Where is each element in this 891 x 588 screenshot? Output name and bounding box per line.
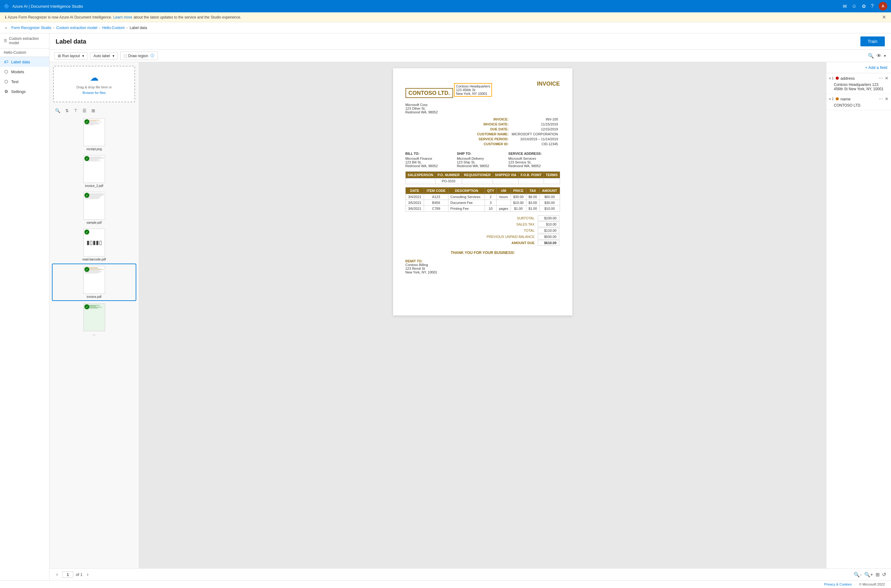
help-icon[interactable]: ?: [871, 3, 874, 9]
list-item[interactable]: ✓ ...: [52, 302, 136, 338]
breadcrumb-hello-custom[interactable]: Hello-Custom: [102, 26, 125, 30]
search-icon[interactable]: 🔍: [868, 53, 874, 59]
pagination-controls: ‹ of 1 ›: [54, 571, 90, 578]
field-menu-icon[interactable]: ⋯: [879, 96, 883, 101]
sales-tax-label: SALES TAX: [484, 222, 537, 227]
invoice-no-value: INV-100: [510, 117, 560, 122]
invoice-meta-table: INVOICE: INV-100 INVOICE DATE: 11/15/201…: [476, 117, 560, 147]
sidebar-item-models[interactable]: ⬡ Models: [0, 67, 49, 76]
addr-line1: Contoso Headquarters: [456, 84, 490, 88]
file-sort-icon[interactable]: ⊤: [72, 107, 80, 114]
file-grid-view-icon[interactable]: ⊞: [90, 107, 97, 114]
privacy-link[interactable]: Privacy & Cookies: [824, 582, 852, 586]
po-header-requisitioner: REQUISITIONER: [462, 172, 493, 178]
table-row: DATE ITEM CODE DESCRIPTION QTY UM PRICE …: [405, 188, 560, 194]
sidebar-item-label-data[interactable]: 🏷 Label data: [0, 57, 49, 67]
invoice-no-label: INVOICE:: [476, 117, 510, 122]
due-date-label: DUE DATE:: [476, 127, 510, 131]
item-tax: $1.00: [526, 206, 539, 212]
remit-label: REMIT TO:: [405, 259, 560, 263]
field-name-name: name: [841, 97, 877, 101]
run-layout-label: Run layout: [62, 54, 80, 58]
breadcrumb-sep-3: ›: [127, 26, 128, 30]
field-menu-icon[interactable]: ⋯: [879, 76, 883, 81]
content-area: Label data Train ⊞ Run layout ▾ Auto lab…: [50, 33, 891, 580]
sidebar-nav: 🏷 Label data ⬡ Models ⬡ Test ⚙ Settings: [0, 57, 49, 96]
zoom-out-button[interactable]: 🔍-: [854, 572, 861, 578]
field-close-icon[interactable]: ✕: [885, 76, 888, 81]
addr-line3: New York, NY 10001: [456, 92, 490, 96]
ship-to-label: SHIP TO:: [457, 152, 508, 155]
bill-to-city: Redmond WA, 98052: [405, 164, 457, 168]
next-page-button[interactable]: ›: [85, 571, 90, 578]
eye-dropdown-icon[interactable]: ▾: [884, 54, 886, 58]
collapse-sidebar-icon[interactable]: «: [5, 26, 7, 30]
customer-name-label: CUSTOMER NAME:: [476, 132, 510, 136]
top-bar: 🔷 Azure AI | Document Intelligence Studi…: [0, 0, 891, 12]
app-title: Azure AI | Document Intelligence Studio: [12, 4, 83, 9]
ship-to-addr: 123 Ship St,: [457, 160, 508, 164]
info-bar-close-icon[interactable]: ✕: [882, 14, 886, 20]
learn-more-link[interactable]: Learn more: [113, 15, 132, 20]
prev-page-button[interactable]: ‹: [54, 571, 60, 578]
file-check-icon: ✓: [84, 230, 89, 234]
rotate-button[interactable]: ↺: [882, 572, 886, 578]
info-after-link: about the latest updates to the service …: [134, 15, 242, 20]
browse-files-link[interactable]: Browse for files: [82, 91, 106, 94]
field-value-address: Contoso Headquarters 123 456th St New Yo…: [826, 82, 891, 94]
breadcrumb-sep-1: ›: [53, 26, 54, 30]
invoice-header: CONTOSO LTD. Contoso Headquarters 123 45…: [405, 81, 560, 97]
file-upload-zone[interactable]: ☁ Drag & drop file here or Browse for fi…: [53, 66, 135, 102]
settings-icon[interactable]: ⚙: [862, 3, 866, 9]
list-item[interactable]: ✓ receipt.png: [52, 117, 136, 153]
doc-toolbar: ⊞ Run layout ▾ Auto label ▾ ⬚ Draw regio…: [50, 50, 891, 62]
add-field-button[interactable]: + Add a field: [865, 65, 887, 70]
item-price: $10.00: [510, 200, 526, 206]
mail-icon[interactable]: ✉: [843, 3, 847, 9]
amount-due-label: AMOUNT DUE: [484, 240, 537, 246]
list-item[interactable]: ✓ invoice_2.pdf: [52, 153, 136, 189]
body-section: ☁ Drag & drop file here or Browse for fi…: [50, 62, 891, 568]
sales-tax-value: $10.00: [538, 222, 560, 227]
sidebar-item-test[interactable]: ⬡ Test: [0, 76, 49, 87]
field-name-address: address: [841, 76, 877, 81]
draw-region-button[interactable]: ⬚ Draw region ⓘ: [120, 52, 158, 60]
breadcrumb-custom-model[interactable]: Custom extraction model: [56, 26, 98, 30]
breadcrumb-label-data: Label data: [130, 26, 147, 30]
list-item[interactable]: ✓ sample.pdf: [52, 190, 136, 226]
sidebar-item-settings[interactable]: ⚙ Settings: [0, 87, 49, 96]
zoom-in-button[interactable]: 🔍+: [864, 572, 873, 578]
draw-region-icon: ⬚: [124, 54, 127, 58]
list-item[interactable]: ✓ ▮▯▮▮▯ read-barcode.pdf: [52, 227, 136, 263]
eye-icon[interactable]: 👁: [876, 53, 881, 59]
remit-addr: 123 Remit St: [405, 267, 560, 270]
file-filter-icon[interactable]: ⇅: [63, 107, 71, 114]
items-header-price: PRICE: [510, 188, 526, 194]
item-um: pages: [496, 206, 511, 212]
auto-label-label: Auto label: [93, 54, 110, 58]
train-button[interactable]: Train: [860, 36, 885, 46]
file-name: receipt.png: [87, 147, 102, 151]
remit-name: Contoso Billing: [405, 263, 560, 267]
file-list-view-icon[interactable]: ☰: [81, 107, 88, 114]
breadcrumb-form-recognizer[interactable]: Form Recognizer Studio: [11, 26, 51, 30]
list-item[interactable]: ✓ invoice.pdf: [52, 264, 136, 301]
page-input[interactable]: [62, 572, 73, 578]
smiley-icon[interactable]: ☺: [852, 3, 857, 9]
remit-city: New York, NY, 10001: [405, 270, 560, 274]
user-avatar[interactable]: A: [879, 2, 887, 10]
bill-to-label: BILL TO:: [405, 152, 457, 155]
models-icon: ⬡: [4, 69, 9, 74]
auto-label-button[interactable]: Auto label ▾: [90, 52, 117, 60]
file-thumbnail: ✓: [84, 118, 105, 146]
item-desc: Printing Fee: [448, 206, 485, 212]
content-header: Label data Train: [50, 33, 891, 50]
table-row: 3/4/2021 A123 Consulting Services 2 hour…: [405, 194, 560, 200]
run-layout-button[interactable]: ⊞ Run layout ▾: [54, 52, 87, 60]
unpaid-label: PREVIOUS UNPAID BALANCE: [484, 234, 537, 240]
file-search-icon[interactable]: 🔍: [53, 107, 62, 114]
fit-page-button[interactable]: ⊞: [876, 572, 880, 578]
field-close-icon[interactable]: ✕: [885, 96, 888, 101]
sidebar-test-text: Test: [11, 80, 18, 84]
item-amount: $60.00: [539, 194, 560, 200]
